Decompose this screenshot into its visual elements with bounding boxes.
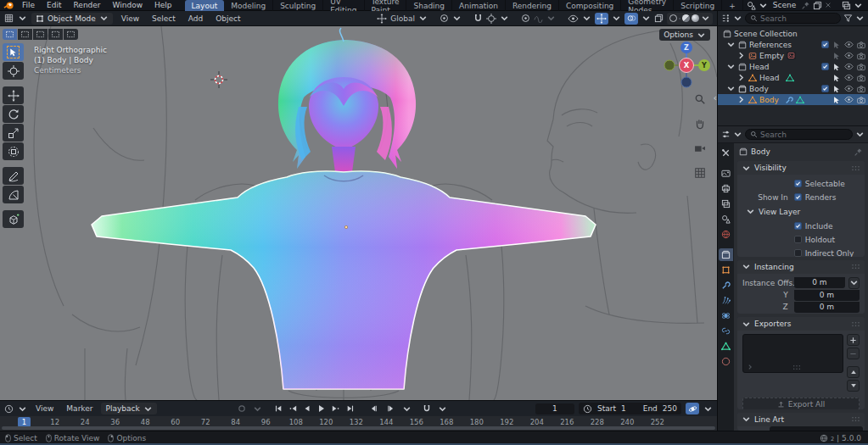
collection-checkbox[interactable] [821,63,829,70]
tab-collection[interactable] [719,248,733,261]
transform-orientation-icon[interactable] [377,14,387,24]
select-mode-subtract[interactable] [33,29,48,40]
move-up-button[interactable] [847,366,860,378]
blender-logo-icon[interactable] [3,0,14,11]
instance-offset-x-field[interactable]: 0 m [794,277,845,288]
3d-viewport[interactable]: Right Orthographic (1) Body | Body Centi… [0,26,717,400]
render-visibility-icon[interactable] [857,52,865,60]
tool-measure[interactable] [3,186,24,203]
chevron-down-icon[interactable] [701,14,710,23]
tab-scripting[interactable]: Scripting [674,0,722,11]
network-globe-icon[interactable] [820,434,828,442]
filter-icon[interactable] [843,14,853,23]
add-exporter-button[interactable] [847,334,860,346]
tab-particles[interactable] [719,294,733,307]
shading-solid-button[interactable] [679,18,680,19]
tab-texture-paint[interactable]: Texture Paint [365,0,407,11]
drag-dots-icon[interactable] [851,416,860,422]
tab-render[interactable] [719,167,733,180]
chevron-down-icon[interactable] [759,1,768,10]
menu-file[interactable]: File [18,1,39,9]
chevron-down-icon[interactable] [253,404,262,414]
gizmo-y-neg-axis[interactable] [664,60,675,70]
chevron-down-icon[interactable] [582,14,591,23]
menu-view[interactable]: View [117,14,143,23]
menu-window[interactable]: Window [109,1,148,9]
pin-icon[interactable] [854,147,863,157]
tab-material[interactable] [719,355,733,368]
menu-add[interactable]: Add [184,14,207,23]
tab-compositing[interactable]: Compositing [559,0,621,11]
step-back-button[interactable] [367,403,380,414]
menu-select[interactable]: Select [148,14,180,23]
chevron-down-icon[interactable] [418,14,428,23]
export-all-button[interactable]: Export All [742,398,860,409]
properties-search[interactable] [745,129,853,140]
eye-icon[interactable] [844,74,854,81]
properties-editor-icon[interactable] [721,130,731,139]
section-instancing-header[interactable]: Instancing [737,260,865,274]
chevron-down-icon[interactable] [726,84,736,93]
step-forward-button[interactable] [384,403,398,414]
snap-magnet-icon[interactable] [473,14,483,23]
tab-object[interactable] [719,264,733,276]
chevron-down-icon[interactable] [402,404,412,414]
tool-select-box[interactable] [3,43,24,61]
scene-name[interactable]: Scene [770,1,798,9]
timeline-scrollbar[interactable] [2,426,715,430]
tool-annotate[interactable] [3,167,24,185]
timeline-menu-marker[interactable]: Marker [62,404,97,413]
tool-add-cube[interactable] [3,210,24,228]
tab-world[interactable] [719,228,733,241]
orientation-label[interactable]: Global [390,14,415,23]
zoom-icon[interactable] [691,90,709,108]
render-visibility-icon[interactable] [857,85,865,93]
holdout-checkbox[interactable] [794,236,802,243]
eye-icon[interactable] [844,41,854,48]
camera-view-icon[interactable] [691,139,709,158]
tab-modifiers[interactable] [719,279,733,292]
tab-scene[interactable] [719,213,733,225]
play-button[interactable] [315,403,328,414]
jump-start-button[interactable] [272,403,285,414]
chevron-down-icon[interactable] [733,14,742,23]
tool-rotate[interactable] [3,105,24,123]
tool-cursor[interactable] [3,62,24,80]
start-frame-field[interactable]: 1 [621,404,626,413]
tab-modeling[interactable]: Modeling [224,0,273,11]
sidebar-collapse-arrow[interactable]: ‹ [714,92,717,103]
timeline-editor-icon[interactable] [4,404,14,414]
selectable-icon[interactable] [832,41,841,49]
gizmo-z-neg-axis[interactable] [681,77,692,87]
chevron-right-icon[interactable] [736,73,746,82]
auto-key-record-button[interactable] [235,403,249,414]
selectable-icon[interactable] [832,52,841,60]
chevron-down-icon[interactable] [452,14,462,23]
chevron-down-icon[interactable] [726,40,736,49]
section-exporters-header[interactable]: Exporters [737,317,865,331]
tab-tool[interactable] [719,147,733,159]
outliner-row-body-object[interactable]: Body [718,94,868,105]
chevron-down-icon[interactable] [733,130,742,139]
eye-icon[interactable] [844,52,854,59]
show-gizmo-toggle[interactable] [595,13,608,25]
select-mode-set[interactable] [3,29,17,40]
navigation-gizmo[interactable]: Z Y X [659,38,714,92]
chevron-down-icon[interactable] [703,404,713,414]
editor-type-icon[interactable] [4,14,14,23]
select-mode-invert[interactable] [48,29,63,40]
playback-sync-toggle[interactable] [686,403,699,414]
indirect-only-checkbox[interactable] [794,249,802,257]
chevron-right-icon[interactable] [736,95,746,104]
tab-geometry-nodes[interactable]: Geometry Nodes [621,0,674,11]
chevron-down-icon[interactable] [855,130,865,139]
tab-layout[interactable]: Layout [185,0,225,11]
character-model[interactable] [92,28,596,389]
shading-rendered-button[interactable] [692,14,699,22]
object-visibility-icon[interactable] [568,14,579,23]
tab-view-layer[interactable] [719,197,733,210]
pin-icon[interactable] [801,1,810,10]
subsection-view-layer[interactable]: View Layer [742,205,860,218]
menu-help[interactable]: Help [150,1,176,9]
menu-render[interactable]: Render [70,1,105,9]
